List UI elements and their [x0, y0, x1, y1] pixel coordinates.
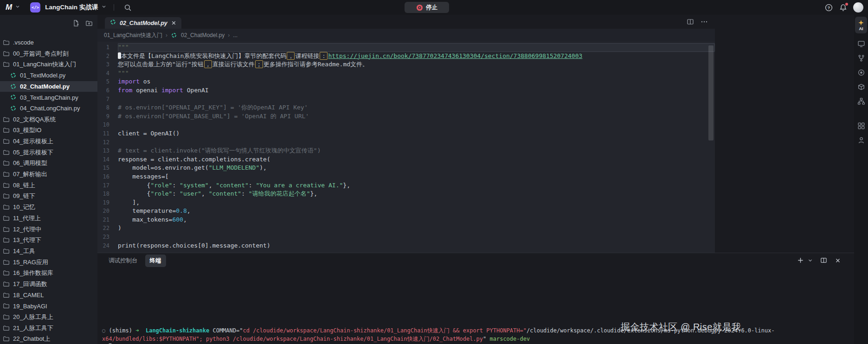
folder-icon [3, 236, 10, 244]
git-branch-icon[interactable] [857, 54, 865, 62]
file-tree-item[interactable]: 06_调用模型 [0, 158, 97, 169]
file-tree-item-label: 03_TextLangChain.py [20, 94, 78, 101]
terminal-line: ○ (shims) ➜ LangChain-shizhanke COMMAND=… [102, 326, 854, 335]
file-tree-item-label: 10_记忆 [13, 203, 35, 211]
file-tree-item[interactable]: 10_记忆 [0, 202, 97, 213]
file-tree-item[interactable]: 01_LangChain快速入门 [0, 59, 97, 70]
new-folder-icon[interactable] [85, 19, 93, 27]
editor-scrollbar[interactable] [708, 45, 714, 140]
file-tree-item-label: 21_人脉工具下 [13, 324, 53, 332]
ai-assistant-button[interactable]: AI [855, 17, 867, 33]
code-line: 12 [97, 138, 715, 147]
python-file-icon [10, 72, 17, 79]
apps-grid-icon[interactable] [857, 122, 865, 130]
more-actions-icon[interactable] [701, 18, 708, 25]
file-tree-item-label: 02_ChatModel.py [20, 83, 70, 90]
file-tree-item[interactable]: 14_工具 [0, 246, 97, 257]
folder-icon [3, 302, 10, 310]
new-file-icon[interactable] [72, 19, 80, 27]
editor-actions [687, 18, 708, 25]
file-tree-item[interactable]: 17_回调函数 [0, 279, 97, 290]
breadcrumb: 01_LangChain快速入门 › 02_ChatModel.py › ... [97, 29, 715, 42]
package-icon[interactable] [857, 83, 865, 91]
file-tree-item[interactable]: 07_解析输出 [0, 169, 97, 180]
file-tree-item-label: 19_BabyAGI [13, 303, 47, 310]
code-line: 10 [97, 121, 715, 129]
file-tree-item-label: 16_操作数据库 [13, 269, 53, 277]
file-tree-item[interactable]: 11_代理上 [0, 213, 97, 224]
explorer-actions [72, 19, 93, 27]
file-tree-item-label: 07_解析输出 [13, 170, 47, 178]
help-icon[interactable]: ? [825, 4, 833, 12]
code-line: 13# text = client.invoke("请给我写一句情人节红玫瑰的中… [97, 147, 715, 155]
panel-actions [797, 257, 841, 264]
tab-terminal[interactable]: 终端 [145, 255, 166, 267]
editor-tabbar: 02_ChatModel.py [97, 15, 854, 29]
file-tree-item[interactable]: 01_TextModel.py [0, 70, 97, 81]
project-badge-icon[interactable]: </> [30, 2, 40, 13]
chevron-down-icon[interactable] [101, 3, 107, 12]
project-title[interactable]: LangChain 实战课 [45, 3, 98, 12]
python-file-icon [10, 105, 17, 112]
code-line: 14response = client.chat.completions.cre… [97, 155, 715, 164]
file-tree-item[interactable]: 18_CAMEL [0, 290, 97, 301]
file-tree-item[interactable]: 13_代理下 [0, 235, 97, 246]
file-tree-item[interactable]: 19_BabyAGI [0, 301, 97, 312]
file-tree-item[interactable]: 08_链上 [0, 180, 97, 191]
sitemap-icon[interactable] [857, 97, 865, 105]
folder-icon [3, 192, 10, 200]
folder-icon [3, 335, 10, 343]
search-icon[interactable] [124, 4, 132, 12]
breadcrumb-folder[interactable]: 01_LangChain快速入门 [104, 32, 162, 39]
folder-icon [3, 325, 10, 332]
code-line: 21 max_tokens=600, [97, 216, 715, 224]
editor-tab-02-chatmodel[interactable]: 02_ChatModel.py [105, 17, 181, 29]
file-tree-item-label: 17_回调函数 [13, 280, 47, 288]
stop-icon [416, 4, 423, 11]
file-explorer-sidebar: .vscode00_开篇词_奇点时刻01_LangChain快速入门01_Tex… [0, 15, 97, 344]
file-tree-item[interactable]: 22_Chatbot上 [0, 334, 97, 344]
close-icon[interactable] [171, 20, 177, 26]
file-tree-item[interactable]: 02_ChatModel.py [0, 81, 97, 92]
tab-debug-console[interactable]: 调试控制台 [104, 255, 142, 267]
file-tree-item[interactable]: 21_人脉工具下 [0, 323, 97, 334]
file-tree-item[interactable]: 03_TextLangChain.py [0, 92, 97, 103]
person-icon[interactable] [857, 136, 865, 144]
folder-icon [3, 226, 10, 233]
tab-title: 02_ChatModel.py [120, 20, 167, 26]
close-panel-icon[interactable] [835, 257, 841, 264]
split-editor-icon[interactable] [687, 18, 694, 25]
file-tree-item[interactable]: 09_链下 [0, 191, 97, 202]
code-viewport[interactable]: 1"""2本文件是【LangChain系统安装和快速入门】章节的配套代码，课程链… [97, 42, 715, 253]
breadcrumb-file[interactable]: 02_ChatModel.py [181, 32, 225, 38]
editor-column: 02_ChatModel.py 01_LangChain快速入门 › [97, 15, 854, 344]
marscode-logo[interactable]: M [6, 3, 12, 12]
file-tree-item[interactable]: 03_模型IO [0, 125, 97, 136]
file-tree-item[interactable]: 04_ChatLongChain.py [0, 103, 97, 114]
topbar: M </> LangChain 实战课 停止 ? [0, 0, 868, 15]
avatar[interactable] [853, 2, 863, 13]
file-tree-item[interactable]: 02_文档QA系统 [0, 114, 97, 125]
file-tree-item[interactable]: 16_操作数据库 [0, 268, 97, 279]
file-tree-item[interactable]: .vscode [0, 37, 97, 48]
file-tree-item[interactable]: 20_人脉工具上 [0, 312, 97, 323]
new-terminal-icon[interactable] [797, 257, 804, 264]
split-panel-icon[interactable] [820, 257, 827, 264]
file-tree-item[interactable]: 00_开篇词_奇点时刻 [0, 48, 97, 59]
file-tree-item-label: 01_TextModel.py [20, 72, 65, 79]
target-icon[interactable] [857, 69, 865, 76]
python-file-icon [10, 94, 17, 101]
file-tree-item[interactable]: 12_代理中 [0, 224, 97, 235]
bell-icon[interactable] [839, 4, 847, 12]
chevron-down-icon[interactable] [14, 3, 21, 12]
breadcrumb-symbol[interactable]: ... [233, 32, 238, 38]
file-tree-item[interactable]: 04_提示模板上 [0, 136, 97, 147]
folder-icon [3, 127, 10, 134]
file-tree-item[interactable]: 15_RAG应用 [0, 257, 97, 268]
stop-button[interactable]: 停止 [405, 2, 449, 13]
preview-icon[interactable] [857, 40, 865, 48]
file-tree-item-label: 18_CAMEL [13, 292, 44, 299]
file-tree-item[interactable]: 05_提示模板下 [0, 147, 97, 158]
file-tree-item-label: 09_链下 [13, 192, 35, 200]
chevron-down-icon[interactable] [808, 258, 813, 263]
